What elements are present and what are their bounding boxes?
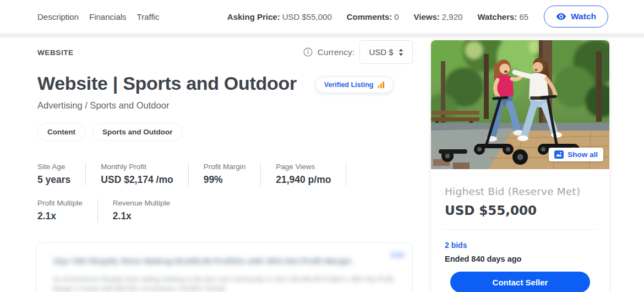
currency-label: Currency:	[318, 47, 354, 57]
asking-price-value: USD $55,000	[282, 12, 332, 21]
bid-divider	[445, 229, 596, 230]
watch-button[interactable]: Watch	[544, 6, 608, 28]
eye-icon	[556, 13, 566, 20]
nav-link-description[interactable]: Description	[37, 12, 79, 21]
asking-price-stat: Asking Price:USD $55,000	[227, 12, 332, 21]
page-title: Website | Sports and Outdoor	[37, 73, 297, 94]
stat-label: Profit Margin	[204, 163, 246, 171]
watch-button-label: Watch	[571, 12, 596, 21]
nav-link-financials[interactable]: Financials	[89, 12, 127, 21]
stat-value: 5 years	[37, 174, 70, 186]
views-value: 2,920	[442, 12, 463, 21]
listing-photo[interactable]: Show all	[431, 40, 609, 169]
stat-value: 2.1x	[37, 210, 83, 222]
gallery-icon	[554, 150, 564, 159]
navbar-shadow	[0, 34, 644, 39]
select-arrows-icon	[399, 48, 403, 56]
blurred-teaser-heading[interactable]: 10yr Old Shopify Store Making $4,606.69 …	[53, 256, 396, 266]
views-label: Views:	[414, 12, 440, 21]
category-breadcrumb: Advertising / Sports and Outdoor	[37, 100, 413, 111]
stat-profit-margin: Profit Margin 99%	[204, 163, 261, 186]
show-all-label: Show all	[567, 150, 598, 159]
listing-type-kicker: WEBSITE	[37, 40, 74, 57]
stat-label: Monthly Profit	[101, 163, 173, 171]
bids-count-link[interactable]: 2 bids	[445, 241, 467, 250]
stats-row-2: Profit Multiple 2.1x Revenue Multiple 2.…	[37, 199, 413, 222]
comments-label: Comments:	[347, 12, 392, 21]
stat-label: Page Views	[276, 163, 331, 171]
bid-sidebar-card: Show all Highest Bid (Reserve Met) USD $…	[431, 40, 609, 292]
views-stat: Views:2,920	[414, 12, 463, 21]
bar-chart-icon	[378, 81, 385, 88]
stats-row-1: Site Age 5 years Monthly Profit USD $2,1…	[37, 163, 413, 186]
show-all-button[interactable]: Show all	[549, 148, 603, 161]
info-icon[interactable]	[303, 47, 313, 57]
tag-content[interactable]: Content	[37, 123, 85, 141]
bid-section: Highest Bid (Reserve Met) USD $55,000 2 …	[431, 169, 609, 292]
highest-bid-label: Highest Bid (Reserve Met)	[445, 186, 596, 197]
verified-listing-badge[interactable]: Verified Listing	[315, 77, 394, 93]
stat-monthly-profit: Monthly Profit USD $2,174 /mo	[101, 163, 188, 186]
stat-value: 99%	[204, 174, 246, 186]
watchers-label: Watchers:	[477, 12, 517, 21]
stat-page-views: Page Views 21,940 p/mo	[276, 163, 346, 186]
top-navbar: Description Financials Traffic Asking Pr…	[0, 0, 644, 34]
tags-row: Content Sports and Outdoor	[37, 123, 413, 141]
asking-price-label: Asking Price:	[227, 12, 280, 21]
stat-value: 2.1x	[113, 210, 170, 222]
stat-revenue-multiple: Revenue Multiple 2.1x	[113, 199, 185, 222]
listing-header-row: WEBSITE Currency: USD $	[37, 40, 413, 64]
comments-value: 0	[394, 12, 399, 21]
stat-label: Revenue Multiple	[113, 199, 170, 207]
listing-main: WEBSITE Currency: USD $ Website | Sports…	[37, 40, 413, 222]
nav-link-traffic[interactable]: Traffic	[137, 12, 160, 21]
verified-listing-label: Verified Listing	[324, 81, 374, 89]
contact-seller-button[interactable]: Contact Seller	[450, 272, 590, 292]
currency-selected-value: USD $	[369, 47, 393, 57]
comments-stat: Comments:0	[347, 12, 399, 21]
tag-sports-and-outdoor[interactable]: Sports and Outdoor	[92, 123, 183, 141]
watchers-value: 65	[519, 12, 528, 21]
blurred-teaser-body: An eCommerce Shopify store selling cloth…	[53, 275, 396, 292]
blurred-teaser-card[interactable]: Edit 10yr Old Shopify Store Making $4,60…	[36, 242, 413, 292]
stat-profit-multiple: Profit Multiple 2.1x	[37, 199, 98, 222]
stat-value: USD $2,174 /mo	[101, 174, 173, 186]
watchers-stat: Watchers:65	[477, 12, 528, 21]
highest-bid-amount: USD $55,000	[445, 203, 596, 218]
listing-page: Description Financials Traffic Asking Pr…	[0, 0, 644, 292]
auction-ended-text: Ended 840 days ago	[445, 255, 596, 263]
title-row: Website | Sports and Outdoor Verified Li…	[37, 73, 413, 94]
stat-label: Profit Multiple	[37, 199, 83, 207]
stat-value: 21,940 p/mo	[276, 174, 331, 186]
nav-links: Description Financials Traffic	[37, 12, 159, 21]
currency-select[interactable]: USD $	[359, 40, 413, 64]
currency-control: Currency: USD $	[303, 40, 413, 64]
stat-site-age: Site Age 5 years	[37, 163, 86, 186]
stat-label: Site Age	[37, 163, 70, 171]
nav-stats: Asking Price:USD $55,000 Comments:0 View…	[227, 12, 528, 21]
